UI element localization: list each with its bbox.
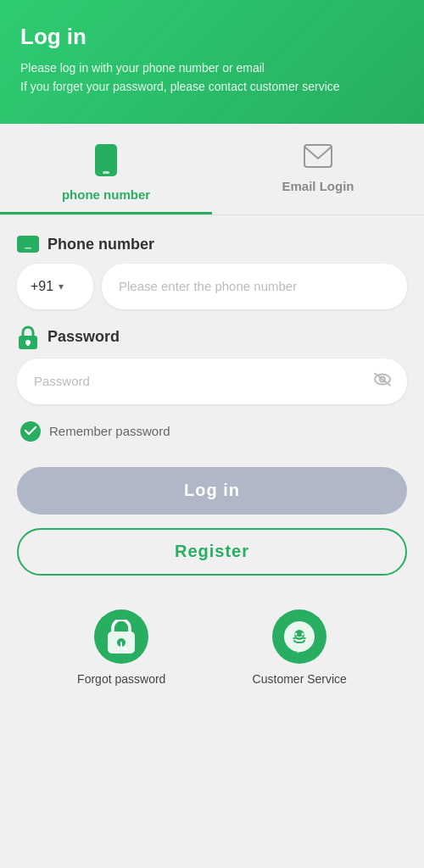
header-subtitle: Please log in with your phone number or … <box>20 58 404 97</box>
forgot-password-label: Forgot password <box>77 672 165 686</box>
svg-point-14 <box>124 647 127 650</box>
remember-label: Remember password <box>49 424 170 438</box>
phone-label-row: Phone number <box>17 236 407 253</box>
lock-field-icon <box>17 326 39 348</box>
remember-row[interactable]: Remember password <box>17 421 407 442</box>
email-tab-icon <box>304 144 332 174</box>
login-button[interactable]: Log in <box>17 467 407 515</box>
tab-phone[interactable]: phone number <box>0 132 212 214</box>
svg-point-18 <box>303 637 306 639</box>
tabs-container: phone number Email Login <box>0 124 424 215</box>
phone-tab-icon <box>95 144 117 182</box>
eye-slash-icon[interactable] <box>373 371 392 391</box>
password-input[interactable] <box>17 359 407 404</box>
tab-phone-label: phone number <box>62 187 150 202</box>
password-label-text: Password <box>47 328 120 346</box>
password-input-wrapper <box>17 359 407 404</box>
chevron-down-icon: ▾ <box>59 281 64 292</box>
customer-service-icon <box>272 609 326 664</box>
svg-point-17 <box>293 637 296 639</box>
svg-rect-7 <box>27 342 30 346</box>
subtitle-line2: If you forget your password, please cont… <box>20 80 340 93</box>
customer-service-action[interactable]: Customer Service <box>253 609 347 686</box>
register-button[interactable]: Register <box>17 528 407 576</box>
tab-email[interactable]: Email Login <box>212 132 424 214</box>
bottom-actions: Forgot password Customer Service <box>17 609 407 711</box>
phone-section: Phone number +91 ▾ <box>17 236 407 309</box>
subtitle-line1: Please log in with your phone number or … <box>20 61 265 75</box>
svg-point-20 <box>302 632 304 635</box>
page-title: Log in <box>20 24 404 50</box>
svg-rect-1 <box>103 171 109 174</box>
phone-input-row: +91 ▾ <box>17 264 407 309</box>
header-section: Log in Please log in with your phone num… <box>0 0 424 124</box>
phone-label-text: Phone number <box>47 236 154 253</box>
country-code-value: +91 <box>31 279 53 294</box>
customer-service-label: Customer Service <box>253 672 347 686</box>
password-label-row: Password <box>17 326 407 348</box>
tab-email-label: Email Login <box>282 179 354 193</box>
country-code-selector[interactable]: +91 ▾ <box>17 264 93 309</box>
svg-point-19 <box>295 632 298 635</box>
svg-rect-4 <box>25 248 31 249</box>
password-section: Password <box>17 326 407 404</box>
forgot-password-action[interactable]: Forgot password <box>77 609 165 686</box>
phone-input[interactable] <box>102 264 407 309</box>
form-area: Phone number +91 ▾ Password <box>0 215 424 732</box>
svg-rect-2 <box>304 145 332 167</box>
phone-field-icon <box>17 236 39 253</box>
remember-checkbox[interactable] <box>20 421 41 442</box>
forgot-password-icon <box>94 609 148 664</box>
